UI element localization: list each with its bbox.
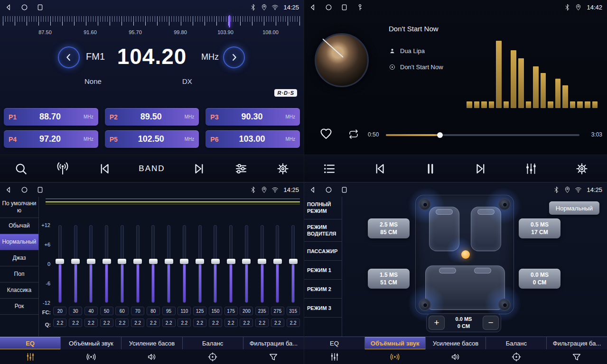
progress-thumb[interactable]: [437, 132, 443, 138]
frequency-ruler[interactable]: [3, 16, 301, 27]
audio-tab-4[interactable]: Фильтрация ба...: [547, 337, 607, 349]
bass-boost-icon[interactable]: [121, 349, 182, 364]
delay-front-left[interactable]: 2.5 MS 85 CM: [368, 218, 410, 238]
preset-button-p2[interactable]: P289.50MHz: [105, 108, 199, 126]
filter-icon[interactable]: [243, 349, 304, 364]
decrease-delay-button[interactable]: −: [483, 316, 499, 330]
scan-button[interactable]: [14, 162, 28, 176]
eq-band-slider[interactable]: [58, 225, 62, 303]
audio-tab-2[interactable]: Усиление басов: [121, 337, 182, 349]
position-mode-item[interactable]: РЕЖИМ 2: [304, 280, 342, 299]
position-mode-item[interactable]: РЕЖИМ ВОДИТЕЛЯ: [304, 219, 342, 242]
eq-band-handle[interactable]: [196, 259, 204, 264]
back-icon[interactable]: [5, 3, 13, 11]
equalizer-button[interactable]: [524, 162, 538, 176]
delay-rear-right[interactable]: 0.0 MS 0 CM: [519, 269, 560, 289]
recents-icon[interactable]: [340, 186, 348, 194]
seek-bar[interactable]: [386, 134, 579, 136]
eq-preset-item[interactable]: Джаз: [0, 250, 38, 266]
balance-icon[interactable]: [182, 349, 243, 364]
eq-preset-item[interactable]: Классика: [0, 282, 38, 299]
eq-band-slider[interactable]: [167, 225, 170, 303]
preset-button-p5[interactable]: P5102.50MHz: [105, 130, 199, 148]
preset-button-p1[interactable]: P188.70MHz: [4, 108, 98, 126]
eq-band-handle[interactable]: [71, 259, 80, 264]
eq-band-slider[interactable]: [121, 225, 124, 303]
preset-button-p3[interactable]: P390.30MHz: [205, 108, 300, 126]
eq-band-slider[interactable]: [261, 225, 264, 303]
eq-band-handle[interactable]: [227, 259, 235, 264]
home-icon[interactable]: [20, 3, 28, 11]
position-mode-item[interactable]: ПОЛНЫЙ РЕЖИМ: [304, 197, 342, 219]
eq-band-slider[interactable]: [183, 225, 186, 303]
audio-tab-4[interactable]: Фильтрация ба...: [243, 337, 304, 349]
recents-icon[interactable]: [36, 186, 44, 194]
eq-band-handle[interactable]: [87, 259, 95, 264]
repeat-button[interactable]: [348, 128, 359, 140]
tune-settings-button[interactable]: [234, 162, 248, 176]
home-icon[interactable]: [325, 186, 333, 194]
listening-position-marker[interactable]: [461, 250, 470, 259]
settings-gear-button[interactable]: [276, 162, 290, 176]
preset-button-p6[interactable]: P6103.00MHz: [205, 130, 300, 148]
eq-band-slider[interactable]: [276, 225, 279, 303]
back-icon[interactable]: [5, 186, 13, 194]
eq-band-slider[interactable]: [89, 225, 93, 303]
playlist-button[interactable]: [322, 162, 336, 176]
eq-band-slider[interactable]: [74, 225, 77, 303]
audio-tab-3[interactable]: Баланс: [183, 337, 243, 349]
balance-icon[interactable]: [486, 349, 547, 364]
audio-tab-3[interactable]: Баланс: [486, 337, 547, 349]
eq-band-handle[interactable]: [211, 259, 220, 264]
tune-up-button[interactable]: [223, 46, 245, 68]
eq-band-handle[interactable]: [133, 259, 142, 264]
recents-icon[interactable]: [36, 3, 44, 11]
previous-track-button[interactable]: [373, 162, 387, 176]
position-mode-item[interactable]: РЕЖИМ 1: [304, 261, 342, 280]
back-icon[interactable]: [309, 3, 317, 11]
eq-band-slider[interactable]: [151, 225, 155, 303]
eq-band-handle[interactable]: [258, 259, 266, 264]
eq-band-slider[interactable]: [229, 225, 233, 303]
eq-band-handle[interactable]: [165, 259, 173, 264]
eq-band-slider[interactable]: [291, 225, 295, 303]
next-track-button[interactable]: [474, 162, 488, 176]
eq-band-handle[interactable]: [289, 259, 298, 264]
favorite-button[interactable]: [319, 127, 333, 140]
pause-button[interactable]: [423, 162, 438, 176]
audio-tab-1[interactable]: Объёмный звук: [365, 337, 426, 349]
surround-icon[interactable]: [365, 349, 426, 364]
position-mode-item[interactable]: РЕЖИМ 3: [304, 299, 342, 318]
back-icon[interactable]: [309, 186, 317, 194]
eq-preset-item[interactable]: Поп: [0, 266, 38, 282]
eq-band-handle[interactable]: [103, 259, 111, 264]
eq-band-handle[interactable]: [180, 259, 188, 264]
eq-preset-item[interactable]: Обычай: [0, 218, 38, 234]
next-station-button[interactable]: [192, 162, 206, 176]
eq-band-slider[interactable]: [105, 225, 108, 303]
eq-band-slider[interactable]: [245, 225, 248, 303]
audio-tab-0[interactable]: EQ: [304, 337, 365, 349]
recents-icon[interactable]: [340, 3, 348, 11]
home-icon[interactable]: [20, 186, 28, 194]
increase-delay-button[interactable]: +: [429, 316, 445, 330]
broadcast-button[interactable]: [56, 162, 70, 176]
sound-preset-button[interactable]: Нормальный: [549, 201, 599, 215]
position-mode-item[interactable]: ПАССАЖИР: [304, 242, 342, 261]
eq-band-slider[interactable]: [214, 225, 217, 303]
delay-front-right[interactable]: 0.5 MS 17 CM: [519, 218, 560, 238]
eq-band-handle[interactable]: [118, 259, 126, 264]
home-icon[interactable]: [325, 3, 333, 11]
surround-icon[interactable]: [61, 349, 121, 364]
settings-gear-button[interactable]: [575, 162, 589, 176]
eq-band-handle[interactable]: [273, 259, 282, 264]
previous-station-button[interactable]: [97, 162, 112, 176]
preset-button-p4[interactable]: P497.20MHz: [4, 130, 98, 148]
car-cabin-view[interactable]: [415, 195, 514, 314]
eq-band-handle[interactable]: [242, 259, 251, 264]
band-button[interactable]: BAND: [139, 162, 165, 176]
delay-rear-left[interactable]: 1.5 MS 51 CM: [368, 269, 410, 289]
eq-band-slider[interactable]: [136, 225, 140, 303]
audio-tab-1[interactable]: Объёмный звук: [61, 337, 121, 349]
audio-tab-0[interactable]: EQ: [0, 337, 61, 349]
